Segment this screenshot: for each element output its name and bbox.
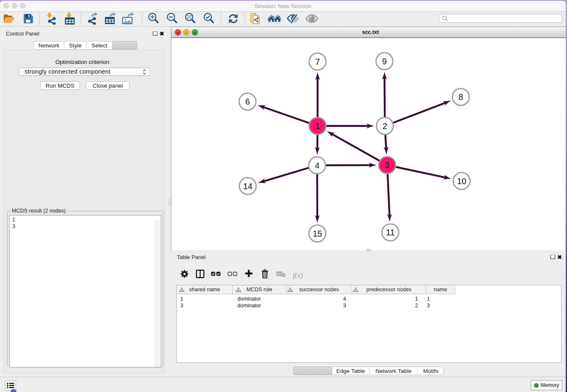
svg-text:9: 9 bbox=[382, 57, 387, 66]
svg-text:11: 11 bbox=[386, 228, 395, 237]
svg-text:6: 6 bbox=[245, 97, 250, 106]
svg-text:2: 2 bbox=[383, 121, 387, 131]
svg-text:8: 8 bbox=[458, 92, 463, 102]
svg-text:7: 7 bbox=[315, 57, 320, 66]
svg-text:10: 10 bbox=[457, 177, 466, 186]
svg-text:14: 14 bbox=[243, 182, 252, 191]
svg-text:3: 3 bbox=[385, 160, 389, 170]
svg-text:4: 4 bbox=[315, 161, 319, 170]
svg-text:1: 1 bbox=[315, 121, 320, 131]
svg-text:15: 15 bbox=[313, 229, 322, 238]
